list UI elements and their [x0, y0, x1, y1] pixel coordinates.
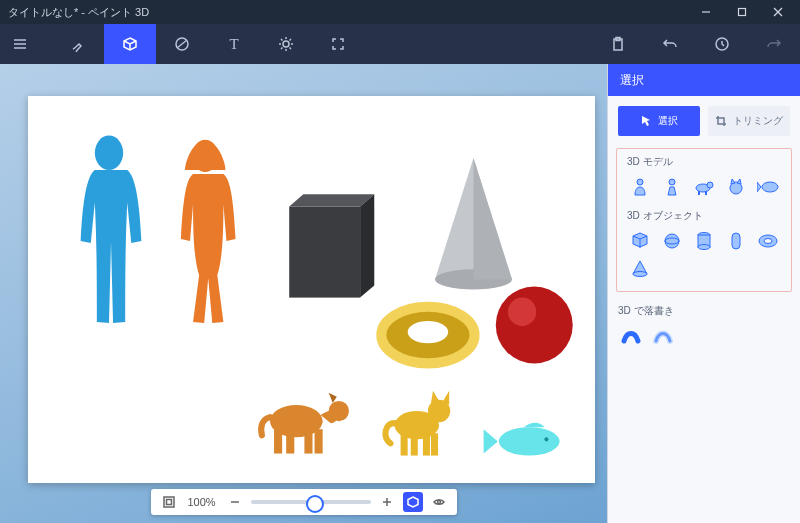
zoom-in-button[interactable]	[377, 492, 397, 512]
redo-icon	[766, 36, 782, 52]
object-cone-grey[interactable]	[435, 158, 512, 290]
model-cat[interactable]	[723, 175, 749, 199]
panel-header: 選択	[608, 64, 800, 96]
panel-tabs: 選択 トリミング	[608, 96, 800, 148]
svg-point-31	[408, 321, 449, 343]
svg-rect-51	[164, 497, 174, 507]
svg-point-60	[707, 182, 713, 188]
object-cone[interactable]	[627, 257, 653, 281]
model-man[interactable]	[627, 175, 653, 199]
svg-point-75	[764, 239, 772, 244]
3d-shapes-tool[interactable]	[104, 24, 156, 64]
paste-tool[interactable]	[592, 24, 644, 64]
zoom-fit-button[interactable]	[159, 492, 179, 512]
object-torus-gold[interactable]	[381, 307, 474, 364]
doodle-sharp-brush[interactable]	[650, 324, 676, 348]
paint3d-window: タイトルなし* - ペイント 3D T	[0, 0, 800, 523]
section-3d-doodle-title: 3D で落書き	[618, 304, 790, 318]
expand-icon	[330, 36, 346, 52]
object-fish-cyan[interactable]	[484, 423, 560, 456]
svg-marker-67	[757, 182, 761, 192]
stickers-tool[interactable]	[156, 24, 208, 64]
object-cube[interactable]	[627, 229, 653, 253]
svg-rect-41	[401, 433, 408, 455]
title-bar: タイトルなし* - ペイント 3D	[0, 0, 800, 24]
zoom-slider-thumb[interactable]	[306, 495, 324, 513]
history-tool[interactable]	[696, 24, 748, 64]
svg-marker-65	[737, 179, 741, 184]
menu-button[interactable]	[0, 24, 40, 64]
text-icon: T	[229, 36, 238, 53]
svg-point-68	[665, 234, 679, 248]
svg-marker-64	[731, 179, 735, 184]
svg-point-56	[437, 501, 440, 504]
tab-crop[interactable]: トリミング	[708, 106, 790, 136]
canvas-tool[interactable]	[312, 24, 364, 64]
zoom-bar: 100%	[151, 489, 457, 515]
hamburger-icon	[12, 36, 28, 52]
crop-icon	[715, 115, 727, 127]
section-3d-doodle: 3D で落書き	[608, 298, 800, 358]
model-fish[interactable]	[755, 175, 781, 199]
svg-rect-36	[286, 429, 294, 453]
cursor-icon	[640, 115, 652, 127]
zoom-out-button[interactable]	[225, 492, 245, 512]
cube-icon	[122, 36, 138, 52]
minimize-button[interactable]	[688, 0, 724, 24]
model-dog[interactable]	[691, 175, 717, 199]
zoom-slider[interactable]	[251, 500, 371, 504]
window-title: タイトルなし* - ペイント 3D	[4, 5, 688, 20]
object-cylinder[interactable]	[691, 229, 717, 253]
text-tool[interactable]: T	[208, 24, 260, 64]
main-toolbar: T	[0, 24, 800, 64]
object-capsule[interactable]	[723, 229, 749, 253]
object-cat-gold[interactable]	[385, 391, 450, 456]
svg-line-17	[290, 39, 292, 41]
redo-tool[interactable]	[748, 24, 800, 64]
clipboard-icon	[610, 36, 626, 52]
view-eye-button[interactable]	[429, 492, 449, 512]
maximize-button[interactable]	[724, 0, 760, 24]
object-sphere-red[interactable]	[496, 286, 573, 363]
view-3d-button[interactable]	[403, 492, 423, 512]
object-sphere[interactable]	[659, 229, 685, 253]
brush-icon	[70, 36, 86, 52]
svg-rect-52	[166, 500, 171, 505]
minus-icon	[229, 496, 241, 508]
history-icon	[714, 36, 730, 52]
svg-marker-49	[484, 429, 498, 453]
svg-line-14	[281, 39, 283, 41]
svg-point-39	[329, 401, 349, 421]
effects-tool[interactable]	[260, 24, 312, 64]
object-cube-dark[interactable]	[289, 194, 374, 297]
undo-tool[interactable]	[644, 24, 696, 64]
tab-select[interactable]: 選択	[618, 106, 700, 136]
tab-crop-label: トリミング	[733, 114, 783, 128]
fit-icon	[163, 496, 175, 508]
svg-rect-43	[423, 433, 430, 455]
tab-select-label: 選択	[658, 114, 678, 128]
svg-line-16	[281, 48, 283, 50]
svg-point-58	[669, 179, 675, 185]
canvas[interactable]	[28, 96, 595, 483]
brushes-tool[interactable]	[52, 24, 104, 64]
model-woman[interactable]	[659, 175, 685, 199]
object-dog-orange[interactable]	[261, 393, 349, 454]
svg-rect-42	[411, 433, 418, 455]
section-3d-objects-title: 3D オブジェクト	[627, 209, 781, 223]
close-button[interactable]	[760, 0, 796, 24]
svg-point-66	[762, 182, 778, 192]
svg-point-32	[496, 286, 573, 363]
app-body: 100% 選択	[0, 64, 800, 523]
svg-point-48	[499, 427, 560, 455]
doodle-tube-brush[interactable]	[618, 324, 644, 348]
svg-rect-1	[739, 9, 746, 16]
svg-line-15	[290, 48, 292, 50]
svg-point-50	[544, 437, 548, 441]
object-torus[interactable]	[755, 229, 781, 253]
object-man-blue[interactable]	[81, 136, 142, 323]
object-woman-orange[interactable]	[181, 140, 236, 323]
svg-line-8	[177, 40, 187, 48]
svg-marker-46	[431, 391, 439, 403]
svg-marker-28	[474, 158, 512, 280]
